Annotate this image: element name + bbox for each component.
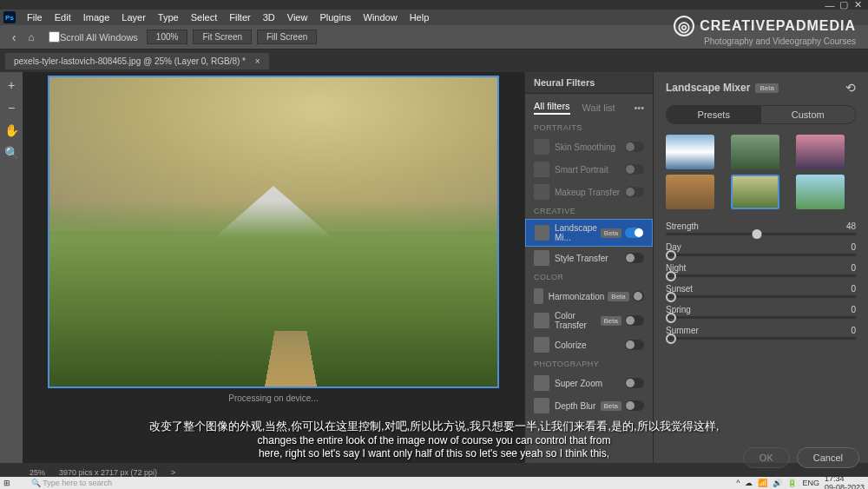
preset-thumbnail[interactable] bbox=[731, 135, 779, 169]
menu-window[interactable]: Window bbox=[358, 12, 404, 23]
start-icon[interactable]: ⊞ bbox=[3, 479, 10, 487]
zoom-out-tool[interactable]: − bbox=[3, 100, 19, 116]
beta-badge: Beta bbox=[755, 83, 778, 93]
thumb-icon bbox=[534, 250, 549, 266]
tab-all-filters[interactable]: All filters bbox=[534, 101, 570, 115]
toggle[interactable] bbox=[625, 228, 643, 238]
menu-edit[interactable]: Edit bbox=[49, 12, 77, 23]
filter-makeup-transfer[interactable]: Makeup Transfer bbox=[525, 181, 653, 203]
filter-super-zoom[interactable]: Super Zoom bbox=[525, 372, 653, 394]
status-zoom[interactable]: 25% bbox=[23, 468, 52, 477]
menu-layer[interactable]: Layer bbox=[115, 12, 152, 23]
filter-landscape-mixer[interactable]: Landscape Mi...Beta bbox=[525, 219, 653, 247]
hand-tool[interactable]: ✋ bbox=[3, 122, 19, 138]
filter-tab-menu-icon[interactable]: ••• bbox=[634, 102, 644, 113]
neural-filters-panel: Neural Filters All filters Wait list •••… bbox=[524, 72, 653, 463]
toggle[interactable] bbox=[625, 142, 644, 152]
menu-image[interactable]: Image bbox=[77, 12, 116, 23]
toggle[interactable] bbox=[625, 164, 644, 175]
filter-color-transfer[interactable]: Color TransferBeta bbox=[525, 307, 653, 334]
preset-thumbnail[interactable] bbox=[666, 175, 714, 209]
filter-label: Colorize bbox=[555, 340, 625, 350]
tab-close-icon[interactable]: × bbox=[255, 56, 260, 66]
menu-help[interactable]: Help bbox=[404, 12, 436, 23]
summer-slider[interactable]: Summer0 bbox=[654, 322, 868, 343]
toggle[interactable] bbox=[625, 400, 644, 411]
night-slider[interactable]: Night0 bbox=[654, 260, 868, 281]
beta-badge: Beta bbox=[601, 316, 621, 326]
menu-select[interactable]: Select bbox=[185, 12, 224, 23]
tray-cloud-icon[interactable]: ☁ bbox=[745, 479, 753, 487]
home-button[interactable]: ⌂ bbox=[23, 31, 40, 43]
spring-slider[interactable]: Spring0 bbox=[654, 301, 868, 322]
minimize-button[interactable]: — bbox=[823, 0, 837, 10]
tab-custom[interactable]: Custom bbox=[761, 106, 856, 123]
watermark: ◎ CREATIVEPADMEDIA Photography and Video… bbox=[674, 16, 856, 46]
tray-battery-icon[interactable]: 🔋 bbox=[787, 479, 797, 487]
menu-type[interactable]: Type bbox=[152, 12, 185, 23]
filter-harmonization[interactable]: HarmonizationBeta bbox=[525, 285, 653, 307]
filter-label: Style Transfer bbox=[555, 254, 625, 263]
menu-plugins[interactable]: Plugins bbox=[313, 12, 357, 23]
slider-knob[interactable] bbox=[666, 292, 676, 302]
beta-badge: Beta bbox=[608, 292, 628, 301]
neural-filters-header: Neural Filters bbox=[525, 72, 653, 94]
scroll-all-checkbox[interactable]: Scroll All Windows bbox=[49, 31, 138, 43]
menu-filter[interactable]: Filter bbox=[223, 12, 256, 23]
zoom-field[interactable]: 100% bbox=[147, 30, 188, 44]
filter-style-transfer[interactable]: Style Transfer bbox=[525, 247, 653, 269]
close-window-button[interactable]: ✕ bbox=[851, 0, 865, 10]
status-arrow-icon[interactable]: > bbox=[164, 468, 182, 477]
menu-3d[interactable]: 3D bbox=[257, 12, 281, 23]
filter-skin-smoothing[interactable]: Skin Smoothing bbox=[525, 135, 653, 158]
maximize-button[interactable]: ▢ bbox=[837, 0, 851, 10]
filter-smart-portrait[interactable]: Smart Portrait bbox=[525, 158, 653, 181]
system-tray: ^ ☁ 📶 🔊 🔋 ENG 17:3409-08-2023 bbox=[736, 474, 865, 489]
preset-thumbnail[interactable] bbox=[666, 135, 714, 169]
slider-value: 0 bbox=[851, 326, 856, 335]
canvas-image[interactable] bbox=[48, 76, 499, 388]
toggle[interactable] bbox=[625, 378, 644, 388]
magnify-tool[interactable]: 🔍 bbox=[3, 145, 19, 161]
sunset-slider[interactable]: Sunset0 bbox=[654, 281, 868, 301]
document-tabs: pexels-tyler-lastovich-808465.jpg @ 25% … bbox=[0, 50, 868, 72]
menu-view[interactable]: View bbox=[281, 12, 314, 23]
tray-wifi-icon[interactable]: 📶 bbox=[758, 479, 767, 487]
slider-knob[interactable] bbox=[666, 313, 676, 323]
cancel-button[interactable]: Cancel bbox=[797, 447, 859, 468]
slider-knob[interactable] bbox=[666, 334, 676, 344]
slider-knob[interactable] bbox=[666, 271, 676, 281]
filter-label: Smart Portrait bbox=[555, 165, 625, 175]
tray-lang[interactable]: ENG bbox=[802, 479, 819, 487]
reset-icon[interactable]: ⟲ bbox=[845, 81, 856, 95]
toggle[interactable] bbox=[625, 340, 644, 350]
strength-slider[interactable]: Strength48 bbox=[654, 218, 868, 239]
menu-file[interactable]: File bbox=[21, 12, 49, 23]
day-slider[interactable]: Day0 bbox=[654, 239, 868, 260]
preset-thumbnail-selected[interactable] bbox=[731, 175, 779, 209]
filter-tabs: All filters Wait list ••• bbox=[525, 94, 653, 120]
filter-colorize[interactable]: Colorize bbox=[525, 334, 653, 356]
slider-knob[interactable] bbox=[666, 250, 676, 261]
document-tab[interactable]: pexels-tyler-lastovich-808465.jpg @ 25% … bbox=[5, 53, 269, 69]
fit-screen-button[interactable]: Fit Screen bbox=[193, 30, 252, 44]
tab-wait-list[interactable]: Wait list bbox=[582, 102, 615, 113]
ps-logo-icon: Ps bbox=[3, 11, 16, 23]
preset-thumbnail[interactable] bbox=[796, 135, 845, 169]
zoom-in-tool[interactable]: + bbox=[3, 77, 19, 93]
back-button[interactable]: ‹ bbox=[5, 30, 23, 44]
preset-custom-segment[interactable]: Presets Custom bbox=[666, 105, 856, 124]
preset-thumbnail[interactable] bbox=[796, 175, 845, 209]
tray-volume-icon[interactable]: 🔊 bbox=[773, 479, 782, 487]
toggle[interactable] bbox=[625, 253, 644, 263]
toggle[interactable] bbox=[625, 187, 644, 197]
fill-screen-button[interactable]: Fill Screen bbox=[257, 30, 317, 44]
tray-chevron-icon[interactable]: ^ bbox=[736, 479, 740, 487]
slider-knob[interactable] bbox=[753, 229, 762, 239]
toggle[interactable] bbox=[633, 291, 644, 301]
toggle[interactable] bbox=[625, 315, 644, 326]
taskbar-search[interactable]: 🔍 Type here to search bbox=[31, 479, 187, 487]
filter-depth-blur[interactable]: Depth BlurBeta bbox=[525, 394, 653, 417]
tray-time[interactable]: 17:3409-08-2023 bbox=[825, 474, 865, 489]
tab-presets[interactable]: Presets bbox=[667, 106, 761, 123]
